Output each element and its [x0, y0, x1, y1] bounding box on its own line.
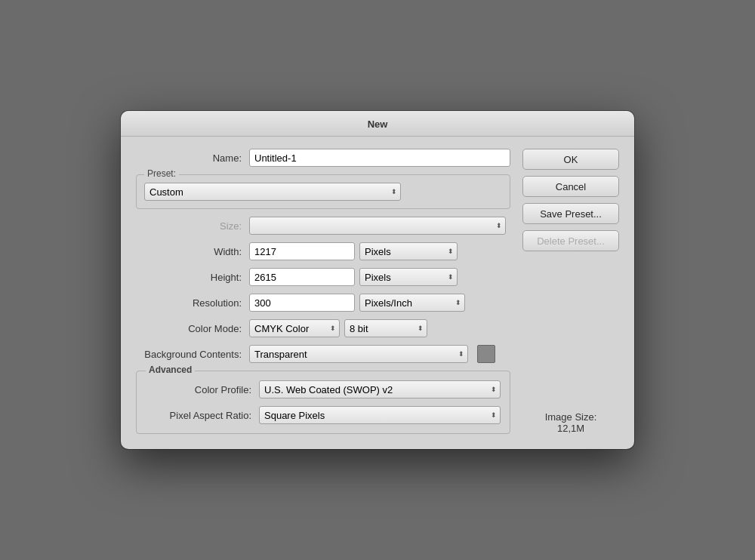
image-size-label: Image Size: — [522, 411, 619, 423]
size-row: Size: — [136, 217, 510, 235]
size-select[interactable] — [249, 217, 506, 235]
resolution-unit-wrapper: Pixels/Inch Pixels/Centimeter — [359, 294, 465, 312]
advanced-label: Advanced — [146, 365, 195, 375]
background-row: Background Contents: White Background Co… — [136, 345, 510, 363]
save-preset-button[interactable]: Save Preset... — [522, 203, 619, 224]
preset-select-wrapper: Custom Default Photoshop Size Letter Leg… — [144, 183, 401, 201]
background-wrapper: White Background Color Transparent — [249, 345, 468, 363]
resolution-unit-select[interactable]: Pixels/Inch Pixels/Centimeter — [359, 294, 465, 312]
height-row: Height: Pixels Inches Centimeters — [136, 268, 510, 286]
new-document-dialog: New Name: Preset: Custom Default Photosh… — [121, 111, 634, 449]
preset-row: Custom Default Photoshop Size Letter Leg… — [144, 183, 502, 201]
title-text: New — [368, 118, 388, 130]
width-unit-select[interactable]: Pixels Inches Centimeters — [359, 242, 458, 260]
height-label: Height: — [136, 272, 249, 283]
pixel-aspect-wrapper: Square Pixels D1/DV NTSC (0.91) D1/DV PA… — [259, 406, 501, 424]
name-label: Name: — [136, 152, 249, 164]
size-label: Size: — [136, 220, 249, 232]
width-unit-wrapper: Pixels Inches Centimeters — [359, 242, 458, 260]
color-profile-label: Color Profile: — [146, 384, 259, 395]
color-profile-select[interactable]: U.S. Web Coated (SWOP) v2 sRGB IEC61966-… — [259, 380, 501, 398]
color-mode-label: Color Mode: — [136, 323, 249, 334]
color-mode-row: Color Mode: Bitmap Grayscale RGB Color C… — [136, 319, 510, 337]
preset-section-label: Preset: — [144, 168, 179, 179]
dialog-title: New — [121, 111, 634, 137]
name-row: Name: — [136, 149, 510, 167]
background-label: Background Contents: — [136, 349, 249, 360]
right-panel: OK Cancel Save Preset... Delete Preset..… — [522, 149, 619, 434]
width-row-units: Pixels Inches Centimeters — [249, 242, 458, 260]
width-label: Width: — [136, 246, 249, 257]
preset-section: Preset: Custom Default Photoshop Size Le… — [136, 174, 510, 209]
left-panel: Name: Preset: Custom Default Photoshop S… — [136, 149, 510, 434]
height-unit-select[interactable]: Pixels Inches Centimeters — [359, 268, 458, 286]
background-color-swatch[interactable] — [477, 345, 495, 363]
resolution-row-units: Pixels/Inch Pixels/Centimeter — [249, 294, 465, 312]
cancel-button[interactable]: Cancel — [522, 176, 619, 197]
pixel-aspect-row: Pixel Aspect Ratio: Square Pixels D1/DV … — [146, 406, 501, 424]
color-mode-wrapper: Bitmap Grayscale RGB Color CMYK Color La… — [249, 319, 340, 337]
height-unit-wrapper: Pixels Inches Centimeters — [359, 268, 458, 286]
background-row-units: White Background Color Transparent — [249, 345, 495, 363]
width-input[interactable] — [249, 242, 355, 260]
advanced-group: Advanced Color Profile: U.S. Web Coated … — [136, 371, 510, 434]
color-mode-row-units: Bitmap Grayscale RGB Color CMYK Color La… — [249, 319, 427, 337]
height-row-units: Pixels Inches Centimeters — [249, 268, 458, 286]
image-size-value: 12,1M — [522, 423, 619, 434]
name-input[interactable] — [249, 149, 510, 167]
image-size-section: Image Size: 12,1M — [522, 396, 619, 434]
color-mode-select[interactable]: Bitmap Grayscale RGB Color CMYK Color La… — [249, 319, 340, 337]
bit-depth-select[interactable]: 8 bit 16 bit 32 bit — [344, 319, 427, 337]
background-select[interactable]: White Background Color Transparent — [249, 345, 468, 363]
color-profile-wrapper: U.S. Web Coated (SWOP) v2 sRGB IEC61966-… — [259, 380, 501, 398]
width-row: Width: Pixels Inches Centimeters — [136, 242, 510, 260]
bit-depth-wrapper: 8 bit 16 bit 32 bit — [344, 319, 427, 337]
resolution-input[interactable] — [249, 294, 355, 312]
color-profile-row: Color Profile: U.S. Web Coated (SWOP) v2… — [146, 380, 501, 398]
size-select-wrapper — [249, 217, 506, 235]
preset-select[interactable]: Custom Default Photoshop Size Letter Leg… — [144, 183, 401, 201]
ok-button[interactable]: OK — [522, 149, 619, 170]
resolution-label: Resolution: — [136, 297, 249, 309]
height-input[interactable] — [249, 268, 355, 286]
pixel-aspect-label: Pixel Aspect Ratio: — [146, 410, 259, 421]
delete-preset-button[interactable]: Delete Preset... — [522, 230, 619, 251]
resolution-row: Resolution: Pixels/Inch Pixels/Centimete… — [136, 294, 510, 312]
pixel-aspect-select[interactable]: Square Pixels D1/DV NTSC (0.91) D1/DV PA… — [259, 406, 501, 424]
